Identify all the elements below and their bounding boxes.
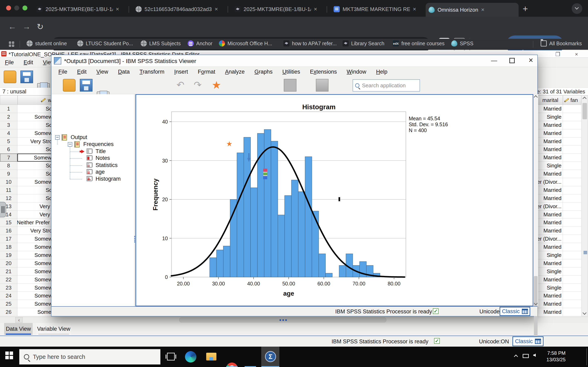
scroll-left-button[interactable]: ‹ [15,317,23,323]
tree-item-histogram[interactable]: Histogram [95,176,121,182]
row-number[interactable]: 6 [0,145,17,154]
task-view-button[interactable] [167,353,175,360]
marital-cell[interactable]: Married [538,227,563,235]
collapse-output-icon[interactable] [55,135,60,140]
family-cell[interactable] [563,105,581,113]
undo-icon[interactable]: ↶ [174,79,187,92]
data-cell[interactable]: Somewh [17,113,56,121]
bookmark-item[interactable]: student online [26,40,67,47]
data-cell[interactable]: Son [17,145,56,154]
family-cell[interactable] [563,235,581,243]
row-number[interactable]: 24 [0,292,17,300]
marital-cell[interactable]: Single [538,251,563,259]
new-tab-button[interactable]: + [523,4,528,14]
bookmark-item[interactable]: Anchor [188,40,212,47]
data-cell[interactable]: Very Stron [17,137,56,146]
data-cell[interactable]: Somewh [17,243,56,251]
viewer-menu-analyze[interactable]: Analyze [220,69,250,75]
tab-data-view[interactable]: Data View [4,323,33,335]
family-cell[interactable] [563,121,581,129]
viewer-menu-extensions[interactable]: Extensions [305,69,342,75]
row-number[interactable]: 1 [0,105,17,113]
all-bookmarks[interactable]: All Bookmarks [541,40,582,47]
taskbar-search-input[interactable]: Type here to search [19,349,160,365]
marital-cell[interactable]: Married [538,154,563,162]
data-cell[interactable]: Somewh [17,251,56,259]
data-cell[interactable]: Son [17,105,56,113]
family-cell[interactable] [563,162,581,170]
family-cell[interactable] [563,154,581,162]
data-cell[interactable]: Son [17,162,56,170]
family-cell[interactable] [563,243,581,251]
select-last-output-icon[interactable] [316,79,329,92]
mac-minimize-button[interactable] [14,6,19,10]
viewer-menu-window[interactable]: Window [342,69,371,75]
viewer-vscrollbar[interactable] [533,94,538,306]
open-file-icon[interactable] [63,79,76,92]
row-number[interactable]: 19 [0,251,17,259]
family-cell[interactable] [563,178,581,186]
classic-mode-button[interactable]: Classic [512,336,544,346]
browser-tab[interactable]: MKT3MRE MARKETING RESE× [331,3,423,16]
family-cell[interactable] [563,113,581,121]
show-variables-icon[interactable] [284,79,296,92]
row-number[interactable]: 16 [0,227,17,235]
data-cell[interactable]: Somewh [17,300,56,308]
data-cell[interactable]: Son [17,194,56,202]
viewer-maximize-icon[interactable] [509,58,515,63]
scroll-up-icon[interactable] [534,95,538,99]
viewer-menu-edit[interactable]: Edit [72,69,92,75]
viewer-menu-format[interactable]: Format [193,69,220,75]
data-cell[interactable]: Very S [17,211,56,219]
back-icon[interactable]: ← [8,22,16,31]
marital-cell[interactable]: Married [538,276,563,284]
marital-cell[interactable]: Married [538,137,563,146]
family-cell[interactable] [563,284,581,292]
viewer-close-icon[interactable]: × [528,56,533,65]
family-cell[interactable] [563,267,581,276]
viewer-menu-insert[interactable]: Insert [169,69,193,75]
data-cell[interactable]: Somewh [17,129,56,137]
marital-cell[interactable]: Married [538,105,563,113]
data-cell[interactable]: Somewh [17,284,56,292]
row-number[interactable]: 15 [0,218,17,227]
data-cell[interactable]: Very S [17,202,56,211]
row-number[interactable]: 8 [0,162,17,170]
taskbar-edge-icon[interactable] [185,351,196,363]
marital-cell[interactable]: Single [538,113,563,121]
tree-item-frequencies[interactable]: Frequencies [83,141,114,147]
mac-close-button[interactable] [6,6,11,10]
row-number[interactable]: 25 [0,300,17,308]
family-cell[interactable] [563,259,581,267]
family-cell[interactable] [563,186,581,194]
family-cell[interactable] [563,145,581,154]
row-number[interactable]: 5 [0,137,17,146]
editor-vscrollbar[interactable] [581,95,588,317]
viewer-titlebar[interactable]: *Output3 [Document3] - IBM SPSS Statisti… [52,55,537,67]
data-cell[interactable]: Neither Prefer N [17,218,56,227]
editor-menu-file[interactable]: File [0,59,19,66]
goto-data-icon[interactable]: ★ [210,79,223,92]
row-number[interactable]: 4 [0,129,17,137]
column-header-marital[interactable]: marital [538,95,563,105]
marital-cell[interactable]: Married [538,145,563,154]
bookmark-item[interactable]: SPSS [451,40,474,47]
family-cell[interactable] [563,292,581,300]
tab-variable-view[interactable]: Variable View [36,323,71,335]
data-cell[interactable]: Somewh [17,259,56,267]
family-cell[interactable] [563,276,581,284]
tree-item-statistics[interactable]: Statistics [95,162,118,168]
row-number[interactable]: 2 [0,113,17,121]
viewer-menu-utilities[interactable]: Utilities [277,69,305,75]
editor-restore-icon[interactable]: ❐ [555,51,560,58]
collapse-frequencies-icon[interactable] [68,142,72,147]
tray-network-icon[interactable] [523,354,529,358]
bookmark-item[interactable]: how to APA7 refer... [283,40,337,47]
data-cell[interactable]: Somewh [17,276,56,284]
marital-cell[interactable]: er (Divor... [538,178,563,186]
taskbar-clock[interactable]: 7:58 PM 13/03/25 [541,350,566,363]
marital-cell[interactable]: Married [538,170,563,178]
family-cell[interactable] [563,137,581,146]
tree-splitter[interactable] [134,94,136,306]
redo-icon[interactable]: ↷ [191,79,204,92]
